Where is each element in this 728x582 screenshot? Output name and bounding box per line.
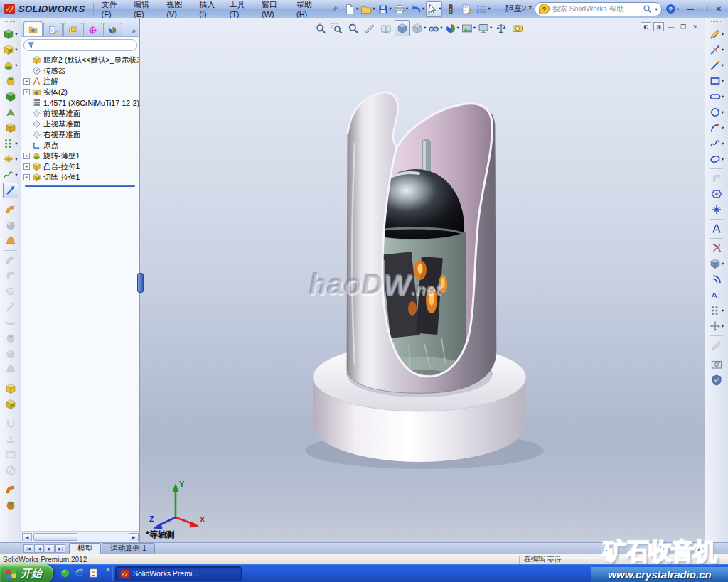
dropdown-caret[interactable]: ▾ (373, 6, 375, 11)
rebuild-button[interactable] (443, 1, 459, 17)
tree-item-origin[interactable]: 原点 (23, 140, 139, 151)
smart-dimension-button[interactable]: ▾ (709, 42, 724, 58)
restore-button[interactable]: ❐ (699, 4, 710, 14)
save-button[interactable]: ▾ (377, 1, 392, 17)
panel-tab-propertymanager[interactable] (43, 23, 63, 36)
view-orientation-button[interactable] (395, 20, 410, 36)
edit-appearance-button[interactable]: ▾ (444, 20, 460, 36)
dropdown-caret[interactable]: ▾ (490, 26, 492, 31)
start-button[interactable]: 开始 (0, 564, 53, 582)
expand-toggle[interactable]: + (23, 78, 30, 85)
smart-component-button[interactable] (3, 497, 18, 513)
display-style-button[interactable]: ▾ (411, 20, 427, 36)
tab-nav-0[interactable]: |◀ (23, 544, 33, 553)
tab-nav-2[interactable]: ▶ (45, 544, 55, 553)
quick-launch-ie-browser[interactable] (74, 568, 85, 580)
scroll-left-arrow[interactable]: ◀ (22, 533, 32, 541)
graphics-viewport[interactable]: haoDW.net ▾▾▾▾▾ ◧ ◨ — ❐ ✕ Y X Z (140, 18, 705, 542)
open-button[interactable]: ▾ (360, 1, 375, 17)
quick-launch-green-orb[interactable] (60, 568, 70, 580)
scroll-track[interactable] (32, 533, 129, 541)
extruded-boss-button[interactable]: ▾ (2, 26, 18, 42)
panel-tab-dimxpertmanager[interactable] (83, 23, 102, 36)
dropdown-caret[interactable]: ▾ (473, 26, 476, 31)
expand-toggle[interactable]: + (23, 174, 30, 180)
dropdown-caret[interactable]: ▾ (722, 79, 724, 84)
tree-item-annotations[interactable]: +注解 (23, 76, 139, 87)
search-icon[interactable] (643, 4, 652, 14)
convert-entities-button[interactable]: ▾ (709, 256, 724, 271)
dropdown-caret[interactable]: ▾ (424, 26, 426, 31)
swept-boss-button[interactable] (3, 89, 18, 104)
line-button[interactable]: ▾ (709, 58, 724, 73)
scroll-right-arrow[interactable]: ▶ (129, 533, 139, 541)
tab-nav-1[interactable]: ◀ (34, 544, 44, 553)
offset-entities-button[interactable] (709, 271, 724, 287)
doc-close-button[interactable]: ✕ (690, 23, 700, 31)
point-button[interactable] (709, 202, 724, 217)
section-view-button[interactable] (362, 20, 378, 36)
dropdown-caret[interactable]: ▾ (390, 6, 392, 11)
expand-toggle[interactable]: + (23, 89, 30, 95)
draft-button[interactable] (3, 233, 18, 249)
dropdown-caret[interactable]: ▾ (422, 6, 424, 11)
search-input[interactable]: ? 搜索 SolidWorks 帮助 ▾ (535, 2, 662, 16)
straight-slot-button[interactable]: ▾ (709, 89, 724, 104)
zoom-to-fit-button[interactable] (313, 20, 328, 36)
tree-item-right-plane[interactable]: 右视基准面 (23, 129, 139, 140)
tree-item-sensors[interactable]: 传感器 (23, 65, 139, 76)
tree-item-revolve-thin1[interactable]: +旋转-薄壁1 (23, 151, 139, 161)
dropdown-caret[interactable]: ▾ (15, 63, 17, 68)
minimize-button[interactable]: — (685, 4, 696, 14)
dropdown-caret[interactable]: ▾ (15, 32, 17, 37)
tab-motion-study-1[interactable]: 运动算例 1 (102, 543, 155, 554)
dropdown-caret[interactable]: ▾ (15, 141, 17, 146)
panel-tab-displaymanager[interactable] (103, 23, 122, 36)
zoom-in-out-button[interactable] (346, 20, 361, 36)
help-caret[interactable]: ▾ (677, 6, 679, 12)
dropdown-caret[interactable]: ▾ (15, 173, 17, 178)
dropdown-caret[interactable]: ▾ (722, 308, 724, 313)
quick-launch-user-doc[interactable] (88, 568, 99, 580)
tree-filter-input[interactable] (23, 39, 137, 51)
panel-tab-configurationmanager[interactable] (63, 23, 82, 36)
options-button[interactable]: ▾ (476, 1, 491, 17)
section-cut-button[interactable] (378, 20, 394, 36)
fastening-feature-button[interactable] (3, 482, 18, 497)
dropdown-caret[interactable]: ▾ (488, 6, 491, 11)
select-button[interactable]: ▾ (426, 1, 441, 17)
dropdown-caret[interactable]: ▾ (356, 6, 358, 11)
hide-show-items-button[interactable]: ▾ (427, 20, 443, 36)
tree-item-solid-bodies[interactable]: +实体(2) (23, 87, 139, 97)
pane-right-button[interactable]: ◨ (653, 22, 664, 31)
dropdown-caret[interactable]: ▾ (439, 6, 441, 11)
dropdown-caret[interactable]: ▾ (722, 141, 724, 146)
fillet-button[interactable] (3, 202, 18, 217)
circle-button[interactable]: ▾ (709, 104, 724, 120)
lofted-boss-button[interactable] (3, 104, 18, 120)
dropdown-caret[interactable]: ▾ (440, 26, 442, 31)
toolbar-grip[interactable] (5, 21, 16, 24)
panel-tab-featuremanager[interactable] (23, 21, 43, 36)
expand-toggle[interactable]: + (23, 163, 30, 170)
curves-button[interactable] (3, 397, 18, 412)
assembly-visualization-button[interactable] (493, 20, 509, 36)
tree-item-front-plane[interactable]: 前视基准面 (23, 108, 139, 119)
tab-nav-3[interactable]: ▶| (55, 544, 65, 553)
tree-item-cut-extrude1[interactable]: +切除-拉伸1 (23, 172, 139, 183)
revolved-boss-button[interactable]: ▾ (2, 58, 18, 73)
expand-toggle[interactable]: + (23, 153, 30, 159)
taskbar-task-button[interactable]: SolidWorks Premi... (115, 566, 242, 581)
ellipse-button[interactable]: ▾ (709, 151, 724, 167)
boundary-boss-button[interactable] (3, 120, 18, 136)
dropdown-caret[interactable]: ▾ (722, 32, 724, 37)
dropdown-caret[interactable]: ▾ (15, 157, 17, 162)
help-button[interactable]: ? ▾ (666, 4, 679, 14)
measure-button[interactable] (510, 20, 525, 36)
new-document-button[interactable]: ▾ (343, 1, 359, 17)
toolbar-grip[interactable] (711, 21, 722, 24)
panel-tab-overflow[interactable]: » (130, 27, 137, 36)
quick-launch-overflow[interactable]: » (106, 566, 109, 573)
scroll-thumb[interactable] (33, 533, 77, 541)
dropdown-caret[interactable]: ▾ (15, 48, 17, 53)
